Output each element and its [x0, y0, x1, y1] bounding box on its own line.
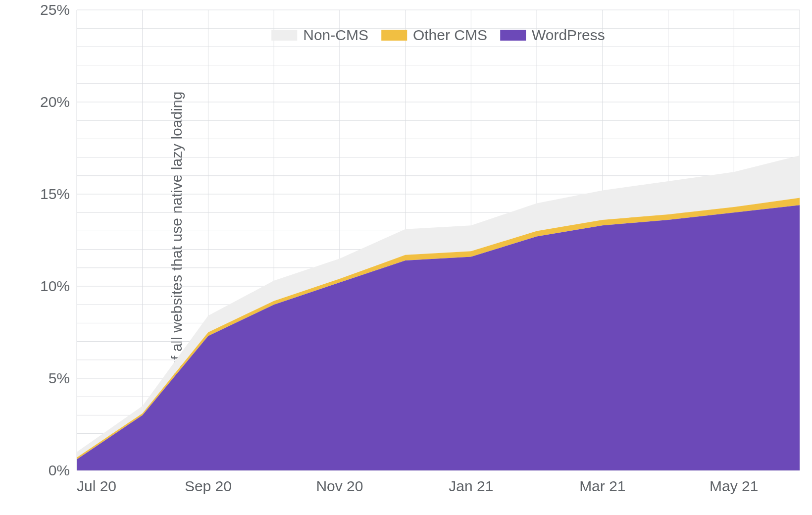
svg-text:Nov 20: Nov 20 [316, 478, 363, 494]
svg-text:May 21: May 21 [710, 478, 758, 494]
svg-text:Jul 20: Jul 20 [77, 478, 116, 494]
svg-text:5%: 5% [49, 370, 70, 386]
legend-label-othercms: Other CMS [413, 27, 487, 44]
svg-text:25%: 25% [40, 1, 70, 18]
plot-area: 0%5%10%15%20%25%Jul 20Sep 20Nov 20Jan 21… [77, 10, 800, 470]
svg-text:10%: 10% [40, 278, 70, 294]
svg-text:Jan 21: Jan 21 [449, 478, 493, 494]
legend-label-wordpress: WordPress [532, 27, 605, 44]
swatch-othercms [381, 30, 407, 41]
svg-text:15%: 15% [40, 186, 70, 202]
legend: Non-CMS Other CMS WordPress [271, 27, 605, 44]
legend-label-noncms: Non-CMS [303, 27, 368, 44]
swatch-wordpress [500, 30, 526, 41]
chart-container: Percent of all websites that use native … [0, 0, 812, 515]
svg-text:Sep 20: Sep 20 [185, 478, 232, 494]
legend-item-noncms: Non-CMS [271, 27, 368, 44]
swatch-noncms [271, 30, 297, 41]
legend-item-othercms: Other CMS [381, 27, 487, 44]
chart-svg: 0%5%10%15%20%25%Jul 20Sep 20Nov 20Jan 21… [77, 10, 800, 505]
svg-text:0%: 0% [49, 462, 70, 478]
svg-text:Mar 21: Mar 21 [579, 478, 625, 494]
legend-item-wordpress: WordPress [500, 27, 605, 44]
svg-text:20%: 20% [40, 94, 70, 110]
